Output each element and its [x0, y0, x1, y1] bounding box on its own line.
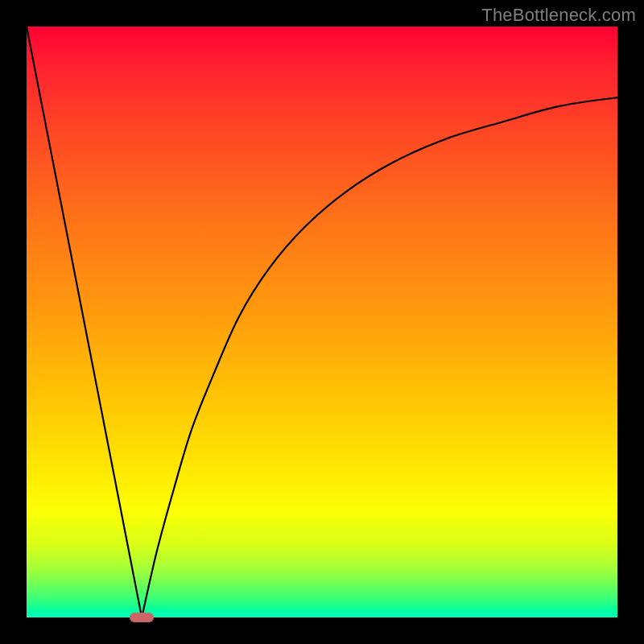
watermark-text: TheBottleneck.com — [481, 5, 636, 26]
curve-svg — [27, 27, 617, 617]
bottleneck-curve — [27, 27, 617, 617]
chart-frame: TheBottleneck.com — [0, 0, 644, 644]
plot-area — [27, 27, 617, 617]
min-marker — [130, 613, 153, 622]
